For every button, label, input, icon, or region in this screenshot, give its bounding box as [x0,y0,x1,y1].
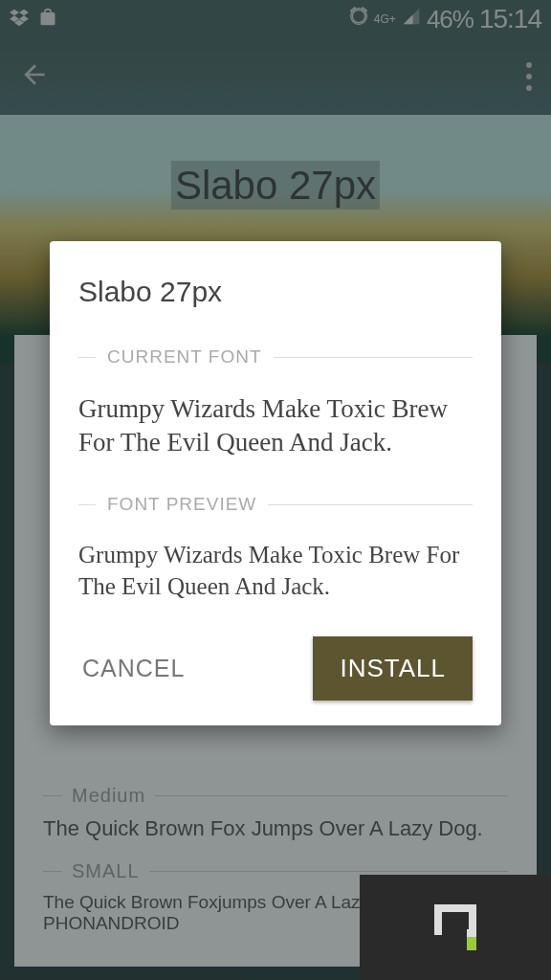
install-button[interactable]: INSTALL [313,636,473,701]
install-font-dialog: Slabo 27px CURRENT FONT Grumpy Wizards M… [50,241,501,725]
watermark-badge [360,875,551,980]
cancel-button[interactable]: CANCEL [78,645,188,692]
dialog-actions: CANCEL INSTALL [78,636,473,701]
dialog-title: Slabo 27px [78,276,473,308]
phonandroid-logo-icon [434,904,476,950]
font-preview-sample: Grumpy Wizards Make Toxic Brew For The E… [78,540,473,602]
current-font-section-label: CURRENT FONT [78,346,473,368]
font-preview-section-label: FONT PREVIEW [78,494,473,515]
current-font-sample: Grumpy Wizards Make Toxic Brew For The E… [78,392,473,459]
